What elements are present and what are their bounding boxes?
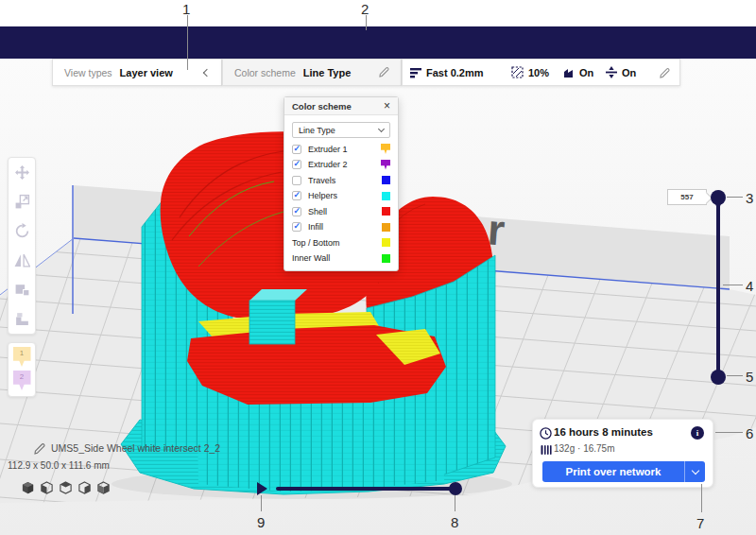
move-tool-button[interactable]	[9, 158, 35, 187]
callout-2-line	[366, 15, 367, 30]
chevron-down-icon	[691, 467, 698, 475]
profile-value: Fast 0.2mm	[426, 67, 484, 78]
travels-color-swatch	[382, 176, 390, 184]
extruder-1-checkbox[interactable]	[292, 145, 301, 154]
legend-row-extruder-1[interactable]: Extruder 1	[292, 145, 390, 154]
legend-label: Extruder 1	[308, 145, 381, 154]
edit-pencil-icon[interactable]	[379, 67, 389, 78]
support-setting[interactable]: On	[562, 66, 593, 78]
legend-row-travels[interactable]: Travels	[292, 176, 390, 185]
view-top-icon[interactable]	[59, 481, 73, 495]
extruder-1-badge[interactable]: 1	[13, 347, 31, 367]
extruder-1-number: 1	[20, 349, 24, 357]
view-left-icon[interactable]	[77, 481, 92, 495]
layer-slider-top-handle[interactable]	[711, 190, 726, 205]
print-settings-summary[interactable]: Fast 0.2mm 10% On On	[402, 59, 680, 86]
play-button[interactable]	[257, 482, 267, 495]
playback-slider-track[interactable]	[276, 487, 455, 491]
layer-slider-bottom-handle[interactable]	[711, 370, 726, 385]
scale-tool-button[interactable]	[9, 187, 35, 216]
print-options-dropdown[interactable]	[684, 461, 705, 482]
callout-4-line	[723, 285, 743, 285]
color-scheme-selector[interactable]: Color scheme Line Type	[222, 59, 402, 86]
color-scheme-popup-title: Color scheme	[292, 101, 384, 112]
callout-3: 3	[746, 190, 753, 206]
view-3d-icon[interactable]	[21, 481, 35, 495]
helpers-checkbox[interactable]	[292, 191, 301, 200]
extruder-2-color-swatch	[381, 160, 390, 170]
per-model-settings-button[interactable]	[9, 275, 35, 304]
legend-row-shell[interactable]: Shell	[292, 207, 390, 216]
layer-slider-track[interactable]	[716, 196, 720, 377]
close-icon[interactable]: ×	[384, 100, 390, 112]
top-bottom-color-swatch	[382, 238, 390, 247]
extruder-selector-panel: 1 2	[8, 342, 36, 397]
view-right-icon[interactable]	[96, 481, 111, 495]
legend-row-infill[interactable]: Infill	[292, 222, 390, 232]
legend-label: Extruder 2	[308, 160, 381, 169]
material-spool-icon	[541, 444, 552, 456]
shell-color-swatch	[382, 207, 390, 216]
callout-9: 9	[257, 514, 265, 530]
color-scheme-label: Color scheme	[234, 67, 296, 78]
current-layer-value-box[interactable]: 557	[667, 189, 707, 205]
transform-toolbar	[8, 157, 36, 335]
adhesion-icon	[606, 66, 617, 78]
current-layer-value: 557	[680, 193, 693, 201]
clock-icon	[540, 427, 552, 440]
profile-setting[interactable]: Fast 0.2mm	[410, 67, 484, 78]
model-dimensions: 112.9 x 50.0 x 111.6 mm	[8, 460, 110, 471]
rotate-tool-button[interactable]	[9, 216, 35, 246]
extruder-2-number: 2	[20, 372, 24, 381]
callout-5: 5	[746, 369, 753, 385]
infill-checkbox[interactable]	[292, 222, 301, 232]
legend-row-top-bottom: Top / Bottom	[292, 238, 390, 248]
color-scheme-value: Line Type	[303, 67, 352, 78]
print-over-network-button[interactable]: Print over network	[542, 461, 705, 482]
layer-height-icon	[410, 67, 421, 78]
callout-5-line	[727, 375, 743, 376]
line-type-dropdown[interactable]: Line Type	[292, 122, 390, 138]
edit-settings-pencil-icon[interactable]	[660, 68, 670, 78]
infill-icon	[511, 66, 524, 78]
callout-6: 6	[746, 425, 753, 441]
rename-model-pencil-icon[interactable]	[34, 443, 45, 455]
cura-application-window: ker	[0, 0, 756, 535]
color-scheme-popup-header: Color scheme ×	[284, 97, 398, 115]
legend-row-extruder-2[interactable]: Extruder 2	[292, 160, 390, 169]
camera-view-presets	[21, 481, 111, 495]
travels-checkbox[interactable]	[292, 176, 301, 185]
model-name[interactable]: UMS5_Side Wheel white intersect 2_2	[51, 442, 220, 454]
view-types-selector[interactable]: View types Layer view	[52, 59, 222, 86]
helpers-color-swatch	[382, 192, 390, 200]
support-value: On	[579, 67, 593, 78]
print-button-label: Print over network	[542, 466, 684, 477]
legend-label: Top / Bottom	[292, 238, 382, 248]
print-time-estimate: 16 hours 8 minutes	[554, 426, 653, 438]
view-types-value: Layer view	[120, 67, 173, 78]
support-blocker-button[interactable]	[9, 304, 35, 334]
callout-6-line	[715, 432, 743, 433]
legend-row-helpers[interactable]: Helpers	[292, 191, 390, 200]
model-cube	[249, 301, 295, 344]
legend-row-inner-wall: Inner Wall	[292, 253, 390, 263]
callout-4: 4	[746, 278, 753, 294]
extruder-2-checkbox[interactable]	[292, 160, 301, 169]
callout-1-line	[187, 15, 188, 70]
mirror-tool-button[interactable]	[9, 246, 35, 275]
infill-color-swatch	[382, 223, 390, 232]
adhesion-value: On	[622, 67, 636, 78]
view-front-icon[interactable]	[40, 481, 54, 495]
callout-8: 8	[451, 514, 458, 530]
chevron-left-icon[interactable]	[203, 68, 211, 76]
playback-slider-handle[interactable]	[449, 482, 462, 495]
color-scheme-popup: Color scheme × Line Type Extruder 1 Extr…	[284, 96, 399, 271]
infill-setting[interactable]: 10%	[511, 66, 549, 78]
inner-wall-color-swatch	[382, 254, 390, 263]
adhesion-setting[interactable]: On	[606, 66, 636, 78]
shell-checkbox[interactable]	[292, 207, 301, 216]
info-icon[interactable]: i	[691, 426, 704, 440]
callout-7: 7	[696, 515, 704, 531]
extruder-2-badge[interactable]: 2	[13, 371, 31, 390]
infill-value: 10%	[528, 67, 549, 78]
